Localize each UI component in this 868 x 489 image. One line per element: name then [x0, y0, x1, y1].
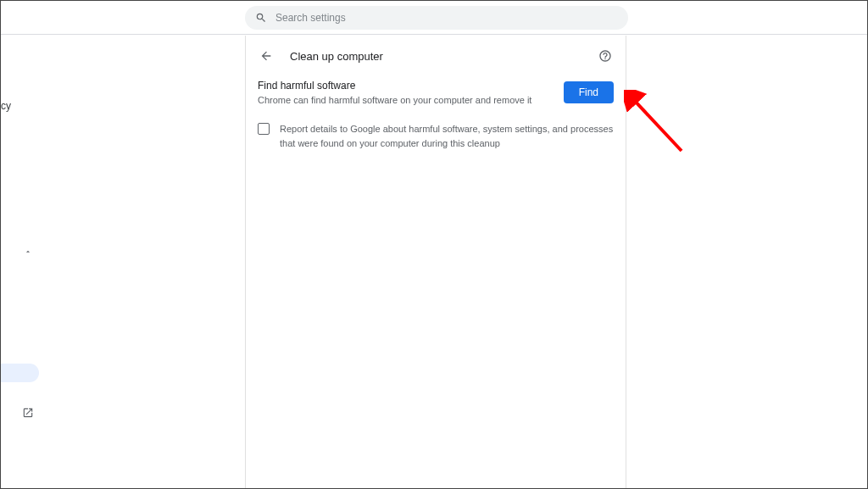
back-button[interactable]	[258, 47, 275, 64]
page-title: Clean up computer	[290, 50, 597, 63]
search-bar	[1, 1, 867, 35]
search-input-wrap[interactable]	[245, 6, 628, 30]
find-harmful-section: Find harmful software Chrome can find ha…	[246, 80, 626, 150]
find-button[interactable]: Find	[564, 81, 614, 103]
section-description: Chrome can find harmful software on your…	[258, 94, 554, 107]
report-checkbox-label: Report details to Google about harmful s…	[280, 122, 614, 150]
sidebar-item-fragment[interactable]: cy	[1, 100, 11, 112]
help-icon	[598, 49, 612, 63]
settings-panel: Clean up computer Find harmful software …	[245, 36, 626, 489]
back-arrow-icon	[259, 49, 273, 63]
sidebar-selected-indicator[interactable]	[1, 364, 39, 382]
annotation-arrow-icon	[624, 90, 687, 158]
search-input[interactable]	[275, 12, 618, 24]
open-in-new-icon[interactable]	[22, 407, 34, 422]
panel-header: Clean up computer	[246, 36, 626, 76]
report-checkbox-row: Report details to Google about harmful s…	[258, 122, 614, 150]
search-icon	[255, 12, 267, 24]
svg-line-0	[632, 98, 682, 151]
section-title: Find harmful software	[258, 80, 554, 92]
chevron-up-icon[interactable]	[24, 244, 32, 259]
report-checkbox[interactable]	[258, 123, 270, 135]
help-button[interactable]	[597, 47, 614, 64]
